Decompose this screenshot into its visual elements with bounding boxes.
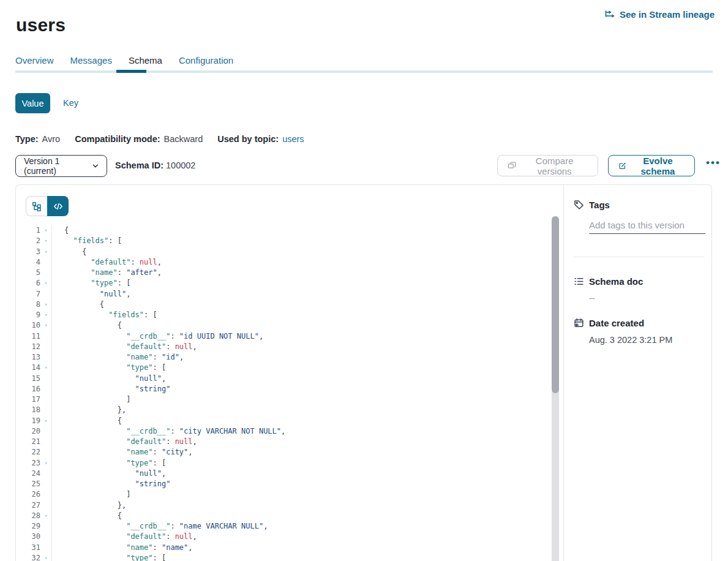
fold-arrow-icon[interactable]: ▾: [40, 416, 51, 426]
fold-arrow-icon[interactable]: ▾: [40, 225, 51, 236]
fold-arrow-icon[interactable]: ▾: [40, 320, 51, 331]
fold-arrow-icon[interactable]: ▾: [40, 236, 51, 246]
tree-view-button[interactable]: [26, 196, 47, 216]
code-text: ]: [51, 394, 130, 405]
code-text: {: [51, 320, 122, 331]
tags-section: Tags Add tags to this version: [574, 200, 704, 234]
tab-overview[interactable]: Overview: [15, 55, 54, 69]
evolve-schema-label: Evolve schema: [631, 156, 685, 176]
fold-gutter: [40, 352, 51, 363]
line-number: 19: [16, 416, 40, 426]
code-text: },: [51, 500, 126, 511]
editor-scrollbar-thumb[interactable]: [552, 216, 559, 393]
type-label: Type:: [15, 134, 39, 144]
fold-gutter: [40, 437, 51, 447]
line-number: 3: [16, 247, 40, 257]
code-text: {: [51, 225, 69, 236]
line-number: 16: [16, 384, 40, 394]
fold-arrow-icon[interactable]: ▾: [40, 553, 51, 561]
schema-id-label: Schema ID:: [115, 160, 163, 170]
line-number: 26: [16, 489, 40, 500]
edit-icon: [618, 161, 626, 171]
tree-view-icon: [32, 201, 42, 211]
line-number: 9: [16, 310, 40, 320]
line-number: 28: [16, 511, 40, 521]
tab-configuration[interactable]: Configuration: [179, 55, 233, 69]
line-number: 17: [16, 394, 40, 405]
schema-id: Schema ID: 100002: [115, 160, 195, 170]
date-created-title: Date created: [589, 318, 644, 328]
evolve-schema-button[interactable]: Evolve schema: [608, 155, 695, 176]
active-tab-indicator: [116, 70, 146, 73]
fold-gutter: [40, 479, 51, 489]
fold-arrow-icon[interactable]: ▾: [40, 310, 51, 320]
more-options-button[interactable]: •••: [702, 156, 724, 170]
fold-gutter: [40, 331, 51, 342]
version-select-value: Version 1 (current): [24, 156, 92, 176]
line-number: 30: [16, 532, 40, 542]
fold-gutter: [40, 405, 51, 415]
sidebar-divider: [574, 257, 704, 257]
fold-gutter: [40, 543, 51, 553]
editor-scrollbar-track[interactable]: [552, 216, 559, 561]
topic-link[interactable]: users: [282, 134, 304, 144]
key-toggle-link[interactable]: Key: [63, 98, 78, 108]
fold-arrow-icon[interactable]: ▾: [40, 278, 51, 288]
fold-gutter: [40, 469, 51, 479]
schema-meta-row: Type:Avro Compatibility mode:Backward Us…: [15, 134, 304, 144]
compare-versions-label: Compare versions: [521, 156, 588, 176]
code-text: {: [51, 511, 122, 521]
code-text: "__crdb__": "id UUID NOT NULL",: [51, 331, 263, 342]
code-text: },: [51, 405, 126, 415]
schema-doc-section: Schema doc --: [574, 276, 704, 303]
code-text: "default": null,: [51, 532, 197, 542]
see-in-stream-lineage-link[interactable]: See in Stream lineage: [604, 9, 715, 20]
fold-arrow-icon[interactable]: ▾: [40, 247, 51, 257]
fold-arrow-icon[interactable]: ▾: [40, 511, 51, 521]
line-number: 32: [16, 553, 40, 561]
tab-messages[interactable]: Messages: [70, 55, 112, 69]
code-text: ]: [51, 489, 130, 500]
fold-gutter: [40, 289, 51, 299]
line-number: 31: [16, 543, 40, 553]
schema-panel: 1▾{2▾ "fields": [3▾ {4 "default": null,5…: [15, 184, 712, 561]
value-toggle-button[interactable]: Value: [15, 93, 50, 113]
line-number: 27: [16, 500, 40, 511]
fold-gutter: [40, 500, 51, 511]
calendar-add-icon: [574, 318, 584, 328]
date-created-section: Date created Aug. 3 2022 3:21 PM: [574, 318, 704, 345]
version-select[interactable]: Version 1 (current): [15, 155, 107, 177]
schema-id-value: 100002: [166, 160, 195, 170]
line-number: 12: [16, 342, 40, 352]
line-number: 15: [16, 374, 40, 384]
code-text: "fields": [: [51, 236, 122, 246]
fold-gutter: [40, 532, 51, 542]
compatibility-value: Backward: [164, 134, 203, 144]
code-view-button[interactable]: [47, 196, 69, 216]
line-number: 11: [16, 331, 40, 342]
tab-schema[interactable]: Schema: [129, 55, 162, 69]
tags-input[interactable]: Add tags to this version: [589, 220, 705, 234]
chevron-down-icon: [92, 162, 99, 170]
type-value: Avro: [42, 134, 61, 144]
schema-sidebar: Tags Add tags to this version Schema doc…: [563, 185, 712, 561]
line-number: 21: [16, 437, 40, 447]
fold-gutter: [40, 257, 51, 268]
code-text: {: [51, 416, 122, 426]
fold-arrow-icon[interactable]: ▾: [40, 363, 51, 373]
compare-versions-button[interactable]: Compare versions: [497, 155, 598, 176]
schema-doc-icon: [574, 276, 584, 287]
fold-gutter: [40, 394, 51, 405]
code-text: "name": "after",: [51, 268, 162, 278]
code-text: "name": "id",: [51, 352, 184, 363]
line-number: 10: [16, 320, 40, 331]
code-text: "type": [: [51, 278, 130, 288]
tab-rule: [15, 70, 713, 73]
fold-arrow-icon[interactable]: ▾: [40, 458, 51, 469]
code-text: "__crdb__": "name VARCHAR NULL",: [51, 521, 268, 532]
line-number: 23: [16, 458, 40, 469]
fold-arrow-icon[interactable]: ▾: [40, 299, 51, 310]
code-text: "null",: [51, 469, 166, 479]
line-number: 8: [16, 299, 40, 310]
tab-bar: Overview Messages Schema Configuration: [15, 55, 233, 69]
